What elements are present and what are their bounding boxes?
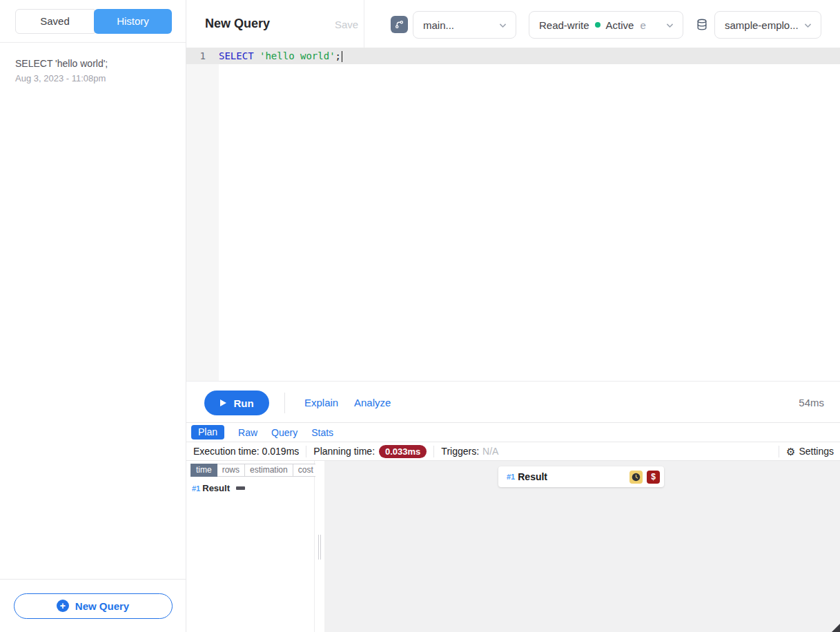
- run-label: Run: [233, 397, 253, 409]
- branch-select[interactable]: main...: [413, 11, 516, 39]
- result-tabs: Plan Raw Query Stats: [186, 423, 840, 442]
- saved-history-toggle: Saved History: [15, 9, 172, 34]
- save-button[interactable]: Save: [335, 19, 358, 30]
- execution-time-value: 0.019ms: [262, 446, 300, 457]
- run-toolbar: Run Explain Analyze 54ms: [186, 381, 840, 423]
- metric-tab-time[interactable]: time: [191, 464, 217, 477]
- stat-divider: [779, 446, 779, 457]
- tab-stats[interactable]: Stats: [311, 427, 333, 438]
- tab-plan[interactable]: Plan: [191, 425, 224, 440]
- sidebar-header: Saved History: [0, 0, 186, 43]
- code-line: SELECT 'hello world';: [214, 50, 342, 62]
- endpoint-select[interactable]: Read-write Active e: [529, 11, 683, 39]
- plan-outline-node[interactable]: #1 Result: [191, 483, 314, 493]
- stat-divider: [306, 446, 306, 457]
- plan-metric-tabs: time rows estimation cost: [191, 464, 314, 477]
- sql-query-app: Saved History SELECT 'hello world'; Aug …: [0, 0, 840, 632]
- chevron-down-icon: [803, 21, 812, 30]
- chevron-down-icon: [665, 21, 674, 30]
- settings-label: Settings: [799, 446, 834, 457]
- analyze-button[interactable]: Analyze: [354, 397, 391, 408]
- sql-string: 'hello world': [260, 50, 335, 61]
- new-query-button[interactable]: + New Query: [14, 593, 173, 619]
- node-index: #1: [192, 484, 200, 493]
- pane-splitter[interactable]: [315, 461, 324, 632]
- plus-icon: +: [57, 600, 69, 612]
- editor-gutter: [186, 48, 219, 381]
- gear-icon: ⚙: [786, 446, 795, 457]
- triggers-label: Triggers:: [441, 446, 479, 457]
- triggers-value: N/A: [482, 446, 498, 457]
- sidebar: Saved History SELECT 'hello world'; Aug …: [0, 0, 186, 632]
- plan-node-result[interactable]: #1 Result $: [498, 466, 664, 487]
- stat-divider: [433, 446, 434, 457]
- metric-tab-estimation[interactable]: estimation: [245, 464, 293, 477]
- plan-view: time rows estimation cost #1 Result #1 R…: [186, 461, 840, 632]
- editor-active-line[interactable]: 1 SELECT 'hello world';: [186, 48, 840, 64]
- database-icon: [695, 18, 709, 32]
- header-divider: [364, 0, 364, 48]
- active-status-dot-icon: [595, 22, 600, 28]
- branch-icon-button[interactable]: [391, 16, 408, 33]
- tab-history[interactable]: History: [94, 9, 172, 34]
- history-timestamp: Aug 3, 2023 - 11:08pm: [15, 73, 170, 83]
- settings-area: ⚙ Settings: [772, 446, 840, 457]
- tab-query[interactable]: Query: [271, 427, 297, 438]
- play-icon: [219, 399, 227, 407]
- planning-time-stat: Planning time: 0.033ms: [313, 445, 427, 458]
- branch-select-value: main...: [423, 19, 454, 31]
- text-cursor: [342, 51, 343, 62]
- plan-canvas[interactable]: #1 Result $: [324, 461, 840, 632]
- line-number: 1: [186, 50, 214, 61]
- node-metric-bar: [236, 486, 245, 490]
- tab-saved[interactable]: Saved: [15, 9, 95, 34]
- planning-time-label: Planning time:: [313, 446, 375, 457]
- node-title: Result: [518, 471, 547, 482]
- endpoint-mode: Read-write: [539, 19, 589, 31]
- dollar-icon: $: [651, 472, 656, 482]
- resize-handle[interactable]: [832, 624, 840, 632]
- endpoint-status: Active: [606, 19, 634, 31]
- git-branch-icon: [394, 19, 404, 30]
- cost-badge: $: [647, 471, 660, 484]
- plan-outline-pane: time rows estimation cost #1 Result: [186, 461, 315, 632]
- splitter-grip-icon: [318, 535, 321, 560]
- triggers-stat: Triggers: N/A: [441, 446, 498, 457]
- new-query-label: New Query: [75, 600, 129, 612]
- database-select-value: sample-emplo...: [725, 19, 799, 31]
- chevron-down-icon: [498, 21, 507, 30]
- settings-button[interactable]: ⚙ Settings: [786, 446, 840, 457]
- query-duration: 54ms: [799, 397, 824, 408]
- node-title: Result: [202, 483, 230, 493]
- history-query-text: SELECT 'hello world';: [15, 58, 170, 69]
- run-button[interactable]: Run: [204, 391, 269, 415]
- sql-keyword: SELECT: [219, 50, 260, 61]
- sql-punctuation: ;: [335, 50, 341, 61]
- explain-button[interactable]: Explain: [304, 397, 338, 408]
- metric-tab-rows[interactable]: rows: [217, 464, 245, 477]
- sidebar-footer: + New Query: [0, 579, 186, 632]
- tab-raw[interactable]: Raw: [238, 427, 257, 438]
- node-index: #1: [507, 473, 515, 481]
- execution-time-stat: Execution time: 0.019ms: [193, 446, 299, 457]
- sql-editor[interactable]: 1 SELECT 'hello world';: [186, 48, 840, 381]
- clock-icon: [632, 473, 641, 482]
- time-badge: [629, 471, 643, 484]
- main-header: New Query Save main... Read-write Active…: [186, 0, 840, 48]
- page-title: New Query: [205, 17, 270, 31]
- main-panel: New Query Save main... Read-write Active…: [186, 0, 840, 632]
- planning-time-badge: 0.033ms: [379, 445, 427, 458]
- node-badges: $: [629, 471, 660, 484]
- history-list-item[interactable]: SELECT 'hello world'; Aug 3, 2023 - 11:0…: [0, 43, 186, 83]
- endpoint-extra-text: e: [640, 19, 645, 31]
- execution-time-label: Execution time:: [193, 446, 262, 457]
- database-select[interactable]: sample-emplo...: [714, 11, 821, 39]
- stats-bar: Execution time: 0.019ms Planning time: 0…: [186, 442, 840, 461]
- toolbar-divider: [284, 393, 285, 413]
